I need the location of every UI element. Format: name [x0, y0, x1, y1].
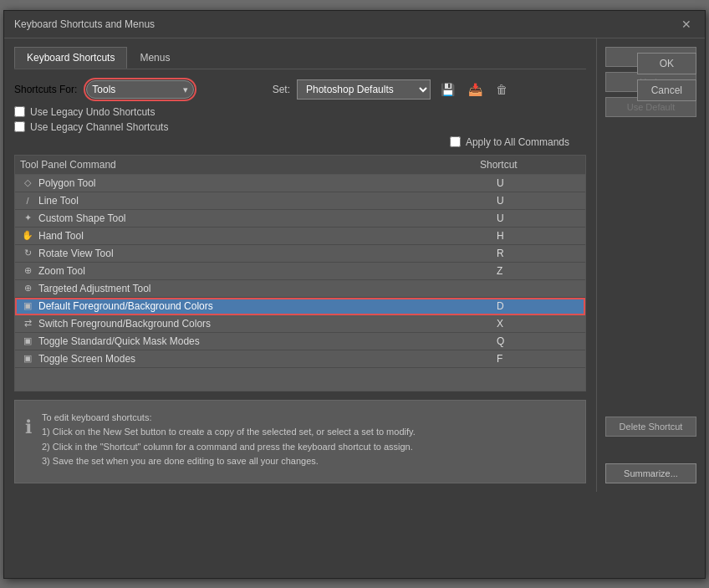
table-header: Tool Panel Command Shortcut	[14, 155, 586, 174]
row-label: Switch Foreground/Background Colors	[38, 318, 497, 330]
info-text: To edit keyboard shortcuts: 1) Click on …	[42, 411, 416, 473]
keyboard-shortcuts-dialog: Keyboard Shortcuts and Menus ✕ OK Cancel…	[3, 10, 706, 579]
set-label: Set:	[273, 84, 290, 95]
hand-icon: ✋	[20, 230, 35, 241]
main-panel: Keyboard Shortcuts Menus Shortcuts For: …	[4, 38, 596, 492]
legacy-channel-checkbox[interactable]	[14, 121, 25, 132]
info-box: ℹ To edit keyboard shortcuts: 1) Click o…	[14, 400, 586, 483]
spacer	[605, 122, 696, 412]
info-icon: ℹ	[25, 412, 32, 473]
tab-menus[interactable]: Menus	[127, 47, 182, 69]
row-label: Targeted Adjustment Tool	[38, 283, 497, 294]
mask-icon: ▣	[20, 335, 35, 346]
delete-set-button[interactable]: 🗑	[492, 81, 511, 98]
row-label: Polygon Tool	[38, 177, 497, 189]
table-row-selected[interactable]: ▣ Default Foreground/Background Colors D	[15, 298, 585, 315]
rotate-view-icon: ↻	[20, 248, 35, 258]
set-select[interactable]: Photoshop Defaults	[297, 79, 431, 100]
row-shortcut: R	[497, 248, 580, 259]
row-label: Zoom Tool	[38, 265, 497, 277]
new-set-button[interactable]: 💾	[437, 81, 458, 98]
row-label: Rotate View Tool	[38, 248, 497, 259]
row-label: Default Foreground/Background Colors	[38, 300, 497, 312]
row-shortcut: Z	[497, 265, 580, 277]
info-line-1: 1) Click on the New Set button to create…	[42, 425, 416, 440]
row-label: Toggle Screen Modes	[38, 353, 497, 365]
info-line-2: 2) Click in the "Shortcut" column for a …	[42, 440, 416, 455]
legacy-undo-row: Use Legacy Undo Shortcuts	[14, 106, 586, 118]
row-label: Line Tool	[38, 195, 497, 207]
table-row[interactable]: ✋ Hand Tool H	[15, 228, 585, 245]
tab-bar: Keyboard Shortcuts Menus	[14, 47, 586, 69]
line-icon: /	[20, 196, 35, 206]
table-container[interactable]: ◇ Polygon Tool U / Line Tool U ✦ Custom …	[14, 174, 586, 391]
legacy-channel-label: Use Legacy Channel Shortcuts	[30, 121, 168, 133]
title-bar: Keyboard Shortcuts and Menus ✕	[4, 11, 705, 38]
row-shortcut: U	[497, 212, 580, 224]
export-set-button[interactable]: 📥	[465, 81, 486, 98]
set-row: Set: Photoshop Defaults 💾 📥 🗑	[273, 79, 511, 100]
apply-all-label: Apply to All Commands	[466, 136, 569, 148]
row-label: Custom Shape Tool	[38, 212, 497, 224]
legacy-undo-label: Use Legacy Undo Shortcuts	[30, 106, 155, 118]
cancel-button[interactable]: Cancel	[637, 79, 696, 101]
polygon-icon: ◇	[20, 177, 35, 188]
shortcuts-for-label: Shortcuts For:	[14, 84, 77, 95]
table-row[interactable]: ↻ Rotate View Tool R	[15, 245, 585, 263]
custom-shape-icon: ✦	[20, 212, 35, 223]
row-shortcut: X	[497, 318, 580, 330]
screen-icon: ▣	[20, 353, 35, 364]
info-line-0: To edit keyboard shortcuts:	[42, 411, 416, 426]
spacer2	[605, 442, 696, 458]
switch-fg-icon: ⇄	[20, 318, 35, 329]
close-button[interactable]: ✕	[678, 18, 695, 31]
row-shortcut: U	[497, 177, 580, 189]
row-shortcut: H	[497, 230, 580, 242]
table-row[interactable]: ◇ Polygon Tool U	[15, 175, 585, 192]
apply-all-checkbox[interactable]	[450, 136, 461, 147]
row-shortcut: Q	[497, 335, 580, 347]
legacy-undo-checkbox[interactable]	[14, 106, 25, 117]
tab-keyboard-shortcuts[interactable]: Keyboard Shortcuts	[14, 47, 127, 69]
row-shortcut: U	[497, 195, 580, 207]
table-row[interactable]: ▣ Toggle Screen Modes F	[15, 350, 585, 368]
row-shortcut: D	[497, 300, 580, 312]
ok-button[interactable]: OK	[637, 53, 696, 74]
shortcuts-for-select[interactable]: Tools Application Menus Panel Menus	[86, 80, 194, 99]
apply-row: Apply to All Commands	[14, 136, 586, 148]
summarize-button[interactable]: Summarize...	[605, 463, 696, 483]
table-row[interactable]: ⊕ Zoom Tool Z	[15, 263, 585, 280]
dialog-title: Keyboard Shortcuts and Menus	[14, 18, 155, 30]
shortcuts-for-container: Shortcuts For: Tools Application Menus P…	[14, 78, 196, 101]
delete-shortcut-button[interactable]: Delete Shortcut	[605, 417, 696, 437]
row-shortcut: F	[497, 353, 580, 365]
header-command: Tool Panel Command	[20, 159, 480, 171]
legacy-channel-row: Use Legacy Channel Shortcuts	[14, 121, 586, 133]
apply-wrapper: Apply to All Commands	[450, 136, 569, 148]
table-row[interactable]: ⊕ Targeted Adjustment Tool	[15, 280, 585, 298]
table-row[interactable]: / Line Tool U	[15, 192, 585, 210]
info-line-3: 3) Save the set when you are done editin…	[42, 454, 416, 469]
table-row[interactable]: ▣ Toggle Standard/Quick Mask Modes Q	[15, 333, 585, 350]
header-shortcut: Shortcut	[480, 159, 580, 171]
row-label: Toggle Standard/Quick Mask Modes	[38, 335, 497, 347]
shortcuts-for-select-wrapper: Tools Application Menus Panel Menus	[84, 78, 196, 101]
top-row: Shortcuts For: Tools Application Menus P…	[14, 78, 586, 101]
right-panel: Accept Undo Use Default Delete Shortcut …	[596, 38, 705, 492]
dialog-actions: OK Cancel	[637, 53, 696, 101]
dialog-body: Keyboard Shortcuts Menus Shortcuts For: …	[4, 38, 705, 492]
row-label: Hand Tool	[38, 230, 497, 242]
adjustment-icon: ⊕	[20, 283, 35, 294]
fg-bg-icon: ▣	[20, 300, 35, 311]
table-row[interactable]: ✦ Custom Shape Tool U	[15, 210, 585, 228]
zoom-icon: ⊕	[20, 265, 35, 276]
table-row[interactable]: ⇄ Switch Foreground/Background Colors X	[15, 315, 585, 333]
